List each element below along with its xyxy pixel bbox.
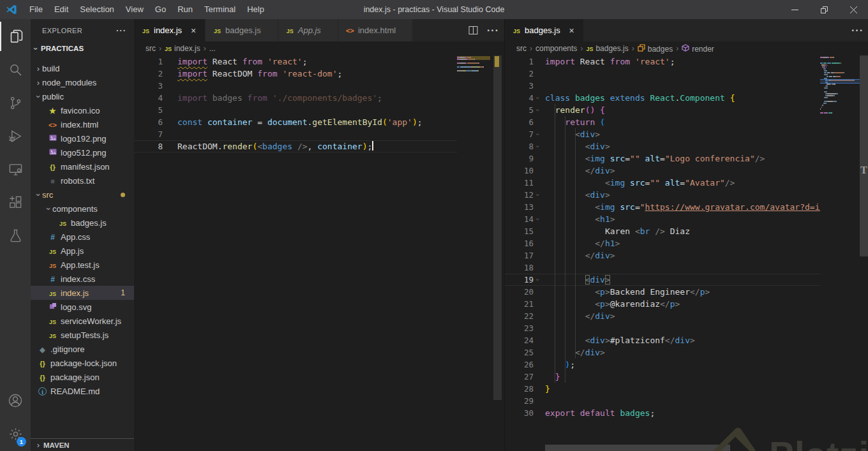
tab-index-js[interactable]: JSindex.js× [134,19,206,41]
menu-file[interactable]: File [24,0,49,19]
tree-item-badges-js[interactable]: JSbadges.js [31,216,134,230]
extensions-icon[interactable] [0,188,31,217]
sidebar-more-actions-icon[interactable]: ··· [116,26,126,35]
tree-item-app-test-js[interactable]: JSApp.test.js [31,258,134,272]
menu-selection[interactable]: Selection [74,0,119,19]
code-line-29[interactable]: 29 [505,395,820,407]
run-debug-icon[interactable] [0,121,31,151]
code-line-19[interactable]: 19› <div> [505,274,820,286]
minimize-button[interactable] [780,0,809,19]
code-line-7[interactable]: 7› <div> [505,128,820,140]
code-line-9[interactable]: 9 <img src="" alt="Logo conferencia"/> [505,152,820,165]
code-line-3[interactable]: 3 [134,80,457,92]
code-editor-left[interactable]: 1import React from 'react';2import React… [134,55,457,451]
account-icon[interactable] [0,386,31,415]
code-line-8[interactable]: 8› <div> [505,140,820,152]
close-window-button[interactable] [839,0,868,19]
fold-chevron-icon[interactable]: › [532,277,543,282]
code-line-6[interactable]: 6const container = document.getElementBy… [134,116,457,128]
maven-section-header[interactable]: › MAVEN [31,438,134,451]
code-line-13[interactable]: 13 <img src="https://www.gravatar.com/av… [505,201,820,213]
tree-item-manifest-json[interactable]: {}manifest.json [31,159,134,174]
code-line-2[interactable]: 2 [505,68,820,80]
code-line-24[interactable]: 24 <div>#platziconf</div> [505,334,820,346]
breadcrumb-item[interactable]: src [146,44,156,53]
tree-item-build[interactable]: ›build [31,61,134,75]
code-line-21[interactable]: 21 <p>@karendiaz</p> [505,298,820,310]
tree-item-components[interactable]: ›components [31,202,134,216]
scrollbar-left[interactable] [493,55,502,400]
scrollbar-right[interactable] [860,55,868,256]
breadcrumb-item[interactable]: ... [209,44,216,53]
code-line-26[interactable]: 26 ); [505,359,820,371]
tree-item-src[interactable]: ›src [31,188,134,202]
fold-chevron-icon[interactable]: › [532,193,544,197]
tree-item-package-json[interactable]: {}package.json [31,370,134,384]
breadcrumb-item[interactable]: JSbadges.js [586,44,628,53]
testing-icon[interactable] [0,221,31,250]
fold-chevron-icon[interactable]: › [532,132,544,137]
tree-item-logo192-png[interactable]: logo192.png [31,131,134,145]
split-editor-icon[interactable] [468,26,478,35]
search-icon[interactable] [0,55,31,84]
code-line-1[interactable]: 1import React from 'react'; [505,55,820,68]
tree-item-app-js[interactable]: JSApp.js [31,244,134,258]
tree-item-serviceworker-js[interactable]: JSserviceWorker.js [31,314,134,328]
code-line-25[interactable]: 25 </div> [505,346,820,359]
code-line-6[interactable]: 6 return ( [505,116,820,128]
menu-go[interactable]: Go [149,0,172,19]
code-line-8[interactable]: 8ReactDOM.render(<badges />, container); [134,140,457,152]
tree-item-logo-svg[interactable]: logo.svg [31,300,134,314]
code-line-10[interactable]: 10 </div> [505,165,820,177]
code-line-3[interactable]: 3 [505,80,820,92]
menu-edit[interactable]: Edit [49,0,74,19]
close-tab-icon[interactable]: × [188,26,198,36]
fold-chevron-icon[interactable]: › [532,108,544,112]
tree-item-public[interactable]: ›public [31,89,134,103]
fold-chevron-icon[interactable]: › [532,144,544,149]
code-line-11[interactable]: 11 <img src="" alt="Avatar"/> [505,177,820,189]
tab-badges-js[interactable]: JSbadges.js× [505,19,584,41]
menu-run[interactable]: Run [172,0,198,19]
restore-button[interactable] [809,0,839,19]
tree-item-readme-md[interactable]: iREADME.md [31,384,134,398]
code-line-17[interactable]: 17 </div> [505,249,820,262]
source-control-icon[interactable] [0,88,31,117]
tab-badges-js[interactable]: JSbadges.js [206,19,278,41]
code-line-18[interactable]: 18 [505,262,820,274]
tree-item-package-lock-json[interactable]: {}package-lock.json [31,356,134,370]
code-line-28[interactable]: 28} [505,383,820,395]
code-line-4[interactable]: 4import badges from './components/badges… [134,92,457,104]
breadcrumb-item[interactable]: render [682,44,714,54]
code-line-15[interactable]: 15 Karen <br /> Diaz [505,225,820,237]
fold-chevron-icon[interactable]: › [532,217,544,221]
close-tab-icon[interactable]: × [567,26,577,36]
fold-chevron-icon[interactable]: › [532,96,544,100]
breadcrumb-left[interactable]: src›JSindex.js›... [134,41,504,55]
tree-item-index-css[interactable]: #index.css [31,272,134,286]
tree-item-index-js[interactable]: JSindex.js1 [31,286,134,300]
explorer-icon[interactable] [0,22,32,51]
project-section-header[interactable]: › PRACTICAS [31,41,134,55]
remote-explorer-icon[interactable] [0,154,31,184]
breadcrumb-right[interactable]: src›components›JSbadges.js›badges›render [505,41,868,55]
code-line-23[interactable]: 23 [505,322,820,334]
code-editor-right[interactable]: 1import React from 'react';234›class bad… [505,55,820,451]
code-line-30[interactable]: 30export default badges; [505,407,820,419]
tree-item-node-modules[interactable]: ›node_modules [31,75,134,89]
code-line-5[interactable]: 5› render() { [505,104,820,116]
tree-item-app-css[interactable]: #App.css [31,230,134,244]
breadcrumb-item[interactable]: JSindex.js [165,44,200,53]
code-line-5[interactable]: 5 [134,104,457,116]
code-line-14[interactable]: 14› <h1> [505,213,820,225]
horizontal-scrollbar[interactable] [545,445,730,451]
menu-help[interactable]: Help [241,0,270,19]
breadcrumb-item[interactable]: src [516,44,527,53]
menu-terminal[interactable]: Terminal [198,0,241,19]
code-line-22[interactable]: 22 </div> [505,310,820,322]
tab-index-html[interactable]: <>index.html [338,19,413,41]
code-line-2[interactable]: 2import ReactDOM from 'react-dom'; [134,68,457,80]
tree-item-robots-txt[interactable]: ≡robots.txt [31,174,134,188]
code-line-12[interactable]: 12› <div> [505,189,820,201]
menu-view[interactable]: View [120,0,149,19]
